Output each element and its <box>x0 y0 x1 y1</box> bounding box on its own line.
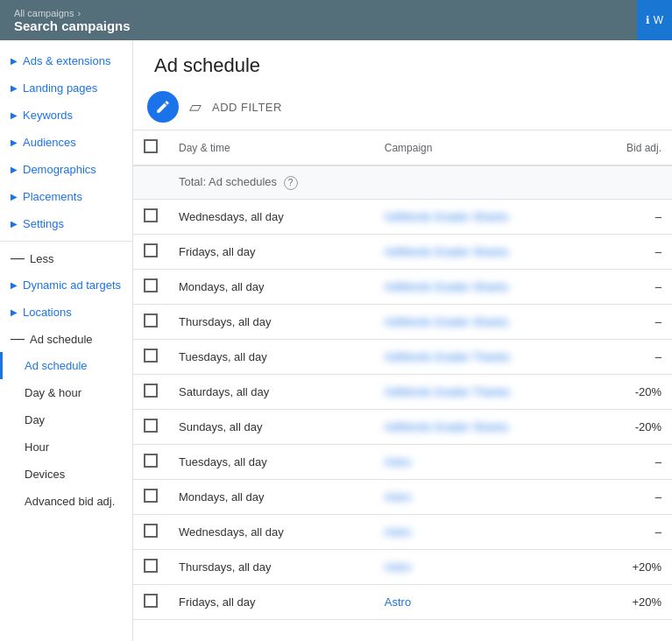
total-campaign-cell <box>374 166 590 199</box>
sidebar-ad-schedule-label: Ad schedule <box>30 333 93 346</box>
sidebar-item-ad-schedule[interactable]: Ad schedule <box>0 352 132 379</box>
sidebar-item-hour[interactable]: Hour <box>0 433 132 461</box>
row-checkbox[interactable] <box>144 489 158 503</box>
total-label: Total: Ad schedules ? <box>168 166 374 199</box>
row-checkbox[interactable] <box>144 208 158 222</box>
row-campaign[interactable]: Astro <box>374 479 590 514</box>
row-checkbox-cell <box>133 199 168 234</box>
table-header-row: Day & time Campaign Bid adj. <box>133 130 672 166</box>
sidebar-item-label: Landing pages <box>23 81 97 95</box>
total-bid-cell <box>590 166 672 199</box>
table-row: Wednesdays, all dayAdWords Grader Sharks… <box>133 199 672 234</box>
row-checkbox[interactable] <box>144 594 158 608</box>
row-campaign[interactable]: Astro <box>374 444 590 479</box>
sidebar-item-locations[interactable]: ▶ Locations <box>0 299 132 326</box>
row-campaign[interactable]: AdWords Grader Sharks <box>374 234 590 269</box>
row-checkbox-cell <box>133 374 168 409</box>
select-all-checkbox[interactable] <box>144 139 158 153</box>
table-row: Thursdays, all dayAstro+20% <box>133 549 672 584</box>
sidebar-item-label: Day & hour <box>25 386 81 399</box>
row-checkbox[interactable] <box>144 313 158 328</box>
sidebar-less-label: Less <box>30 252 53 265</box>
row-campaign[interactable]: AdWords Grader Sharks <box>374 199 590 234</box>
help-icon[interactable]: ? <box>284 176 298 190</box>
content-area: Ad schedule ▱ ADD FILTER Day & time <box>133 40 672 641</box>
sidebar-item-label: Dynamic ad targets <box>23 278 121 292</box>
row-checkbox[interactable] <box>144 524 158 538</box>
sidebar-item-label: Ad schedule <box>25 359 88 372</box>
breadcrumb-parent[interactable]: All campaigns › <box>14 8 131 18</box>
row-checkbox[interactable] <box>144 349 158 363</box>
top-header: All campaigns › Search campaigns ℹ W <box>0 0 672 40</box>
arrow-icon: ▶ <box>11 307 18 317</box>
row-checkbox[interactable] <box>144 419 158 433</box>
row-checkbox[interactable] <box>144 454 158 468</box>
sidebar-ad-schedule-section[interactable]: — Ad schedule <box>0 326 132 352</box>
arrow-icon: ▶ <box>11 219 18 229</box>
table-row: Fridays, all dayAstro+20% <box>133 584 672 619</box>
table-row: Mondays, all dayAdWords Grader Sharks– <box>133 269 672 304</box>
sidebar-item-settings[interactable]: ▶ Settings <box>0 210 132 237</box>
row-bid-adj: – <box>590 514 672 549</box>
row-bid-adj: +20% <box>590 584 672 619</box>
sidebar-item-placements[interactable]: ▶ Placements <box>0 183 132 210</box>
sidebar-item-label: Keywords <box>23 109 73 122</box>
row-checkbox-cell <box>133 584 168 619</box>
sidebar-item-label: Settings <box>23 217 64 230</box>
arrow-icon: ▶ <box>11 192 18 201</box>
sidebar-item-day[interactable]: Day <box>0 406 132 433</box>
table-row: Tuesdays, all dayAdWords Grader Thanks– <box>133 339 672 374</box>
row-checkbox[interactable] <box>144 278 158 292</box>
arrow-icon: ▶ <box>11 110 18 120</box>
arrow-icon: ▶ <box>11 83 18 93</box>
row-campaign[interactable]: AdWords Grader Sharks <box>374 269 590 304</box>
row-campaign[interactable]: AdWords Grader Sharks <box>374 304 590 339</box>
th-checkbox <box>133 130 168 166</box>
row-bid-adj: – <box>590 304 672 339</box>
row-checkbox-cell <box>133 339 168 374</box>
breadcrumb-arrow: › <box>77 8 81 18</box>
row-campaign[interactable]: AdWords Grader Thanks <box>374 374 590 409</box>
row-campaign[interactable]: AdWords Grader Thanks <box>374 339 590 374</box>
row-checkbox-cell <box>133 409 168 444</box>
info-badge[interactable]: ℹ W <box>637 0 672 40</box>
row-day-time: Mondays, all day <box>168 479 374 514</box>
row-campaign[interactable]: AdWords Grader Sharks <box>374 409 590 444</box>
row-bid-adj: -20% <box>590 374 672 409</box>
row-checkbox-cell <box>133 444 168 479</box>
row-campaign[interactable]: Astro <box>374 584 590 619</box>
sidebar-item-devices[interactable]: Devices <box>0 461 132 488</box>
table-row: Tuesdays, all dayAstro– <box>133 444 672 479</box>
sidebar-item-dynamic-ad-targets[interactable]: ▶ Dynamic ad targets <box>0 271 132 299</box>
breadcrumb: All campaigns › Search campaigns <box>14 8 131 33</box>
sidebar-item-day-hour[interactable]: Day & hour <box>0 379 132 406</box>
sidebar-item-label: Devices <box>25 468 65 481</box>
row-checkbox-cell <box>133 234 168 269</box>
total-checkbox-cell <box>133 166 168 199</box>
row-day-time: Sundays, all day <box>168 409 374 444</box>
sidebar-item-demographics[interactable]: ▶ Demographics <box>0 156 132 183</box>
row-checkbox[interactable] <box>144 243 158 257</box>
arrow-icon: ▶ <box>11 280 18 290</box>
row-campaign[interactable]: Astro <box>374 514 590 549</box>
sidebar-item-advanced-bid[interactable]: Advanced bid adj. <box>0 488 132 515</box>
row-checkbox[interactable] <box>144 559 158 573</box>
dash-icon: — <box>11 250 25 266</box>
sidebar-item-landing-pages[interactable]: ▶ Landing pages <box>0 74 132 102</box>
row-campaign[interactable]: Astro <box>374 549 590 584</box>
sidebar-divider <box>0 241 132 242</box>
row-checkbox-cell <box>133 269 168 304</box>
edit-button[interactable] <box>147 91 179 123</box>
row-day-time: Saturdays, all day <box>168 374 374 409</box>
add-filter-button[interactable]: ADD FILTER <box>212 101 282 114</box>
row-day-time: Tuesdays, all day <box>168 339 374 374</box>
sidebar-item-audiences[interactable]: ▶ Audiences <box>0 129 132 156</box>
breadcrumb-parent-label: All campaigns <box>14 8 74 18</box>
row-checkbox[interactable] <box>144 384 158 398</box>
row-day-time: Fridays, all day <box>168 584 374 619</box>
row-bid-adj: +20% <box>590 549 672 584</box>
sidebar-less-section[interactable]: — Less <box>0 245 132 271</box>
sidebar-item-ads-extensions[interactable]: ▶ Ads & extensions <box>0 47 132 74</box>
sidebar-item-keywords[interactable]: ▶ Keywords <box>0 102 132 129</box>
breadcrumb-current: Search campaigns <box>14 18 131 33</box>
